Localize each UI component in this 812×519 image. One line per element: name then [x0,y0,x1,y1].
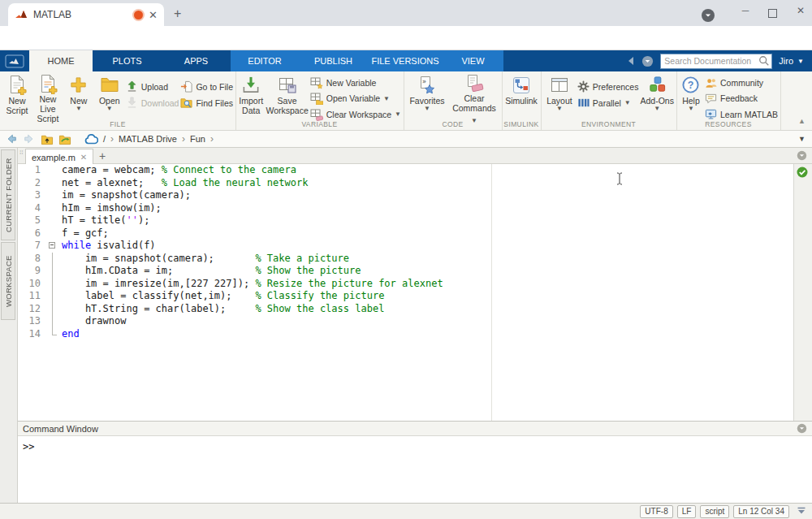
window-minimize-button[interactable]: ─ [737,5,754,16]
toolbar-button-download[interactable]: Download [126,96,179,110]
toolbar-button-help[interactable]: ?Help▼ [679,74,703,121]
toolbar-button-label: Open Variable [326,93,380,103]
status-bar: UTF-8LFscriptLn 12 Col 34 [0,503,812,519]
toolstrip-circle-menu-icon[interactable] [641,55,654,67]
toolbar-button-open[interactable]: Open▼ [95,74,124,121]
editor-tab-example[interactable]: example.m ✕ [25,149,93,165]
import-data-icon [241,74,261,96]
toolstrip-tab-view[interactable]: VIEW [443,50,503,71]
simulink-icon [512,74,531,96]
toolbar-button-learn-matlab[interactable]: Learn MATLAB [705,108,778,121]
breadcrumb-[interactable]: / [103,134,106,144]
code-fold-marker[interactable] [44,240,62,253]
toolbar-button-save-workspace[interactable]: Save Workspace [266,74,308,121]
code-editor[interactable]: 1camera = webcam; % Connect to the camer… [18,164,793,421]
toolbar-button-clear-commands[interactable]: Clear Commands ▼ [450,74,499,121]
matlab-online-logo-icon [0,50,29,71]
toolbar-button-new[interactable]: New▼ [64,74,93,121]
toolbar-button-go-to-file[interactable]: Go to File [180,80,233,93]
toolstrip-tab-editor[interactable]: EDITOR [231,50,299,71]
code-line-5: 5hT = title(''); [18,214,793,227]
toolstrip-tab-file-versions[interactable]: FILE VERSIONS [368,50,443,71]
nav-back-icon[interactable] [5,133,18,145]
toolstrip-tab-home[interactable]: HOME [29,50,93,71]
svg-text:»: » [422,78,426,85]
toolbar-button-find-files[interactable]: Find Files [180,96,233,110]
browser-tab[interactable]: MATLAB ✕ [8,3,164,26]
line-number: 8 [18,253,44,266]
preferences-icon [577,80,590,93]
code-text: label = classify(net,im); % Classify the… [62,290,384,303]
toolbar-button-label: Upload [141,82,168,92]
toolbar-button-favorites[interactable]: »Favorites▼ [406,74,448,121]
save-workspace-icon [278,74,297,96]
breadcrumb-separator: › [210,133,214,145]
toolstrip-tab-plots[interactable]: PLOTS [93,50,162,71]
code-fold-marker [44,278,62,291]
toolstrip-tab-publish[interactable]: PUBLISH [299,50,368,71]
parallel-icon [577,97,590,109]
status-badge-ln-12-col-34: Ln 12 Col 34 [733,505,789,518]
toolbar-button-upload[interactable]: Upload [126,80,179,93]
command-window-menu-icon[interactable] [797,423,807,434]
add-ons-icon [648,74,667,96]
editor-new-tab-button[interactable]: + [99,149,106,162]
search-documentation-input[interactable] [660,54,772,69]
collapse-toolstrip-icon[interactable]: ▲ [798,117,806,125]
toolbar-button-parallel[interactable]: Parallel▼ [577,96,639,110]
browser-address-bar: ← → ↻ ⌂ matlab.mathworks.com GeC Paused … [0,26,812,50]
toolbar-button-label: Preferences [593,82,639,92]
code-line-4: 4hIm = imshow(im); [18,202,793,215]
toolbar-button-column: CommunityFeedbackLearn MATLAB [705,74,778,121]
toolbar-button-label: Parallel [593,98,621,108]
toolbar-button-open-variable[interactable]: Open Variable▼ [310,92,401,105]
toolbar-button-new-live-script[interactable]: New Live Script [33,74,63,121]
code-analyzer-ok-icon[interactable] [797,167,808,178]
toolstrip-tab-apps[interactable]: APPS [162,50,231,71]
browse-folder-icon[interactable] [58,133,71,145]
toolbar-button-new-variable[interactable]: New Variable [310,76,401,89]
new-tab-button[interactable]: + [174,6,181,21]
toolbar-button-import-data[interactable]: Import Data [238,74,264,121]
command-window-header[interactable]: Command Window [18,421,812,436]
code-text: hT.String = char(label); % Show the clas… [62,303,384,316]
command-window[interactable] [18,436,812,503]
breadcrumb-fun[interactable]: Fun [190,134,205,144]
toolbar-button-add-ons[interactable]: Add-Ons▼ [640,74,674,121]
side-tab-current-folder[interactable]: CURRENT FOLDER [1,149,15,240]
code-fold-marker [44,315,62,328]
window-close-button[interactable]: ✕ [793,5,809,16]
browser-menu-circle-icon[interactable] [702,9,715,25]
user-menu[interactable]: Jiro ▼ [779,56,804,66]
toolstrip-collapse-left-icon[interactable] [626,56,635,66]
toolbar-button-feedback[interactable]: Feedback [705,92,778,105]
toolbar-button-community[interactable]: Community [705,76,778,89]
code-fold-marker [44,303,62,316]
line-number: 4 [18,202,44,215]
breadcrumb-matlab-drive[interactable]: MATLAB Drive [119,134,177,144]
statusbar-collapse-icon[interactable] [797,507,806,516]
tab-close-icon[interactable]: ✕ [149,9,158,21]
toolbar-button-column: New VariableOpen Variable▼Clear Workspac… [310,74,401,121]
pathbar-dropdown-icon[interactable]: ▼ [798,135,806,143]
close-tab-icon[interactable]: ✕ [80,153,87,162]
toolbar-section-label: CODE [404,120,502,128]
code-line-2: 2net = alexnet; % Load the neural networ… [18,177,793,190]
panel-grip-icon[interactable]: ⁞⁞ [19,151,23,154]
new-live-script-icon [38,74,58,94]
folder-up-icon[interactable] [41,133,54,145]
toolbar-button-layout[interactable]: Layout▼ [543,74,576,121]
cloud-drive-icon [84,134,98,145]
toolbar-button-simulink[interactable]: Simulink [504,74,538,121]
side-tab-workspace[interactable]: WORKSPACE [1,242,15,320]
toolbar-button-preferences[interactable]: Preferences [577,80,639,93]
toolbar-button-new-script[interactable]: New Script [2,74,32,121]
upload-icon [126,80,138,93]
status-badge-lf: LF [677,505,697,518]
text-cursor-icon [615,172,624,185]
nav-forward-icon[interactable] [23,133,36,145]
toolbar-button-clear-workspace[interactable]: Clear Workspace▼ [310,108,401,121]
fold-gutter [44,202,62,215]
window-maximize-button[interactable] [768,9,777,18]
editor-panel-menu-icon[interactable] [797,150,807,161]
